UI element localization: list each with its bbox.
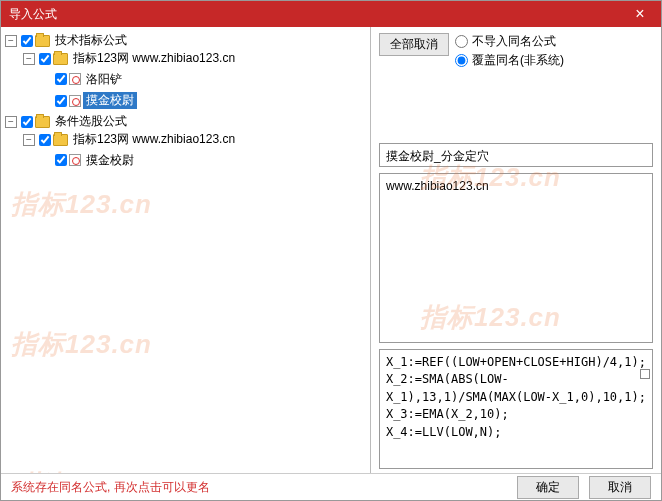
radio-input[interactable] (455, 54, 468, 67)
expand-icon[interactable] (640, 369, 650, 379)
radio-overwrite[interactable]: 覆盖同名(非系统) (455, 52, 564, 69)
tree-checkbox[interactable] (55, 95, 67, 107)
collapse-icon[interactable]: − (23, 134, 35, 146)
watermark: 指标123.cn (11, 327, 152, 362)
title-bar: 导入公式 × (1, 1, 661, 27)
watermark: 指标123.cn (21, 467, 162, 473)
folder-icon (53, 134, 68, 146)
collapse-icon[interactable]: − (5, 35, 17, 47)
tree-label[interactable]: 条件选股公式 (52, 113, 130, 130)
collapse-icon[interactable]: − (23, 53, 35, 65)
tree-label[interactable]: 指标123网 www.zhibiao123.cn (70, 131, 238, 148)
formula-desc-box: www.zhibiao123.cn (379, 173, 653, 343)
watermark: 指标123.cn (11, 187, 152, 222)
formula-tree: − 技术指标公式 − 指标123网 www.zhibiao123.cn (3, 31, 368, 172)
folder-icon (53, 53, 68, 65)
formula-icon (69, 95, 81, 107)
tree-label[interactable]: 指标123网 www.zhibiao123.cn (70, 50, 238, 67)
tree-label[interactable]: 技术指标公式 (52, 32, 130, 49)
ok-button[interactable]: 确定 (517, 476, 579, 499)
tree-checkbox[interactable] (39, 53, 51, 65)
radio-label: 覆盖同名(非系统) (472, 52, 564, 69)
formula-icon (69, 73, 81, 85)
folder-icon (35, 116, 50, 128)
formula-icon (69, 154, 81, 166)
tree-checkbox[interactable] (21, 35, 33, 47)
tree-checkbox[interactable] (39, 134, 51, 146)
tree-checkbox[interactable] (55, 73, 67, 85)
tree-checkbox[interactable] (21, 116, 33, 128)
folder-icon (35, 35, 50, 47)
cancel-button[interactable]: 取消 (589, 476, 651, 499)
deselect-all-button[interactable]: 全部取消 (379, 33, 449, 56)
tree-label[interactable]: 摸金校尉 (83, 152, 137, 169)
tree-label-selected[interactable]: 摸金校尉 (83, 92, 137, 109)
radio-label: 不导入同名公式 (472, 33, 556, 50)
tree-checkbox[interactable] (55, 154, 67, 166)
footer: 系统存在同名公式, 再次点击可以更名 确定 取消 (1, 473, 661, 501)
radio-skip-same[interactable]: 不导入同名公式 (455, 33, 564, 50)
code-wrap: X_1:=REF((LOW+OPEN+CLOSE+HIGH)/4,1); X_2… (379, 349, 653, 469)
formula-code-box: X_1:=REF((LOW+OPEN+CLOSE+HIGH)/4,1); X_2… (379, 349, 653, 469)
window-title: 导入公式 (9, 6, 57, 23)
content-area: 指标123.cn 指标123.cn 指标123.cn − 技术指标公式 − (1, 27, 661, 473)
close-icon: × (635, 5, 644, 23)
options-row: 全部取消 不导入同名公式 覆盖同名(非系统) (379, 33, 653, 69)
radio-input[interactable] (455, 35, 468, 48)
close-button[interactable]: × (619, 1, 661, 27)
footer-buttons: 确定 取消 (517, 476, 651, 499)
formula-name-box: 摸金校尉_分金定穴 (379, 143, 653, 167)
tree-label[interactable]: 洛阳铲 (83, 71, 125, 88)
tree-panel: 指标123.cn 指标123.cn 指标123.cn − 技术指标公式 − (1, 27, 371, 473)
collapse-icon[interactable]: − (5, 116, 17, 128)
import-mode-radios: 不导入同名公式 覆盖同名(非系统) (455, 33, 564, 69)
detail-panel: 指标123.cn 指标123.cn 全部取消 不导入同名公式 覆盖同名(非系统)… (371, 27, 661, 473)
status-text: 系统存在同名公式, 再次点击可以更名 (11, 479, 210, 496)
